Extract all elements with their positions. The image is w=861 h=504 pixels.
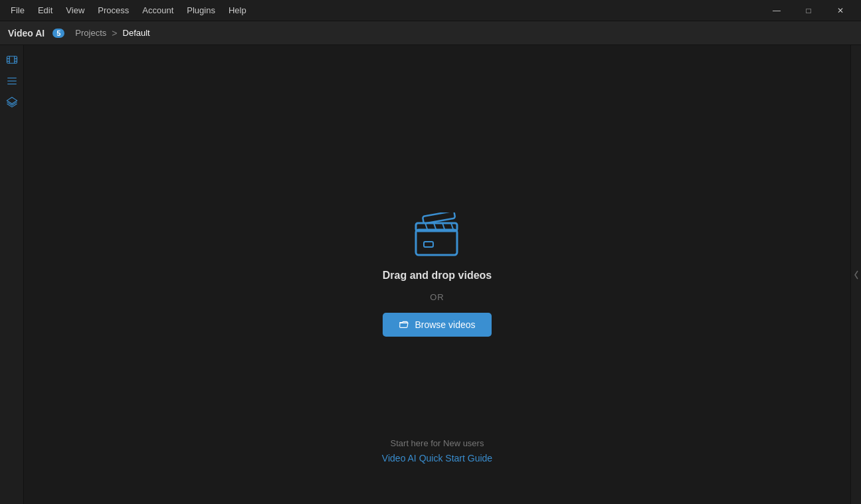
window-controls: — □ ✕ (761, 0, 856, 21)
svg-rect-0 (7, 56, 17, 64)
svg-rect-13 (423, 212, 455, 224)
menu-help[interactable]: Help (223, 3, 252, 18)
film-icon (6, 54, 18, 66)
app-badge: 5 (52, 29, 64, 38)
maximize-button[interactable]: □ (793, 0, 824, 21)
main-content: Drag and drop videos OR Browse videos St… (24, 45, 850, 504)
quick-start-section: Start here for New users Video AI Quick … (382, 438, 492, 464)
menu-bar: File Edit View Process Account Plugins H… (5, 3, 252, 18)
sidebar-icon-list[interactable] (3, 72, 21, 90)
subheader: Video AI 5 Projects > Default (0, 21, 861, 45)
breadcrumb-separator: > (112, 28, 117, 39)
sidebar-icon-media[interactable] (3, 50, 21, 69)
menu-edit[interactable]: Edit (33, 3, 58, 18)
drag-drop-text: Drag and drop videos (383, 270, 492, 282)
menu-file[interactable]: File (5, 3, 30, 18)
sidebar (0, 45, 24, 504)
folder-open-icon (399, 319, 409, 330)
browse-videos-button[interactable]: Browse videos (383, 313, 491, 337)
list-icon (6, 75, 18, 87)
panel-toggle-icon (853, 268, 860, 282)
titlebar: File Edit View Process Account Plugins H… (0, 0, 861, 21)
breadcrumb-current: Default (123, 28, 150, 38)
quick-start-link[interactable]: Video AI Quick Start Guide (382, 453, 492, 463)
main-layout: Drag and drop videos OR Browse videos St… (0, 45, 861, 504)
right-panel-toggle[interactable] (850, 45, 861, 504)
breadcrumb-projects[interactable]: Projects (75, 28, 106, 38)
menu-view[interactable]: View (60, 3, 90, 18)
minimize-button[interactable]: — (761, 0, 792, 21)
close-button[interactable]: ✕ (825, 0, 856, 21)
or-separator: OR (430, 292, 444, 302)
svg-rect-18 (424, 242, 433, 247)
quick-start-label: Start here for New users (382, 438, 492, 448)
clapperboard-icon (411, 212, 464, 259)
app-title: Video AI (8, 28, 45, 39)
svg-rect-11 (416, 230, 457, 255)
sidebar-icon-extra[interactable] (3, 93, 21, 112)
drop-zone: Drag and drop videos OR Browse videos (383, 212, 492, 337)
menu-process[interactable]: Process (92, 3, 134, 18)
menu-plugins[interactable]: Plugins (181, 3, 221, 18)
menu-account[interactable]: Account (137, 3, 179, 18)
layers-icon (6, 96, 18, 108)
browse-videos-label: Browse videos (415, 319, 475, 330)
